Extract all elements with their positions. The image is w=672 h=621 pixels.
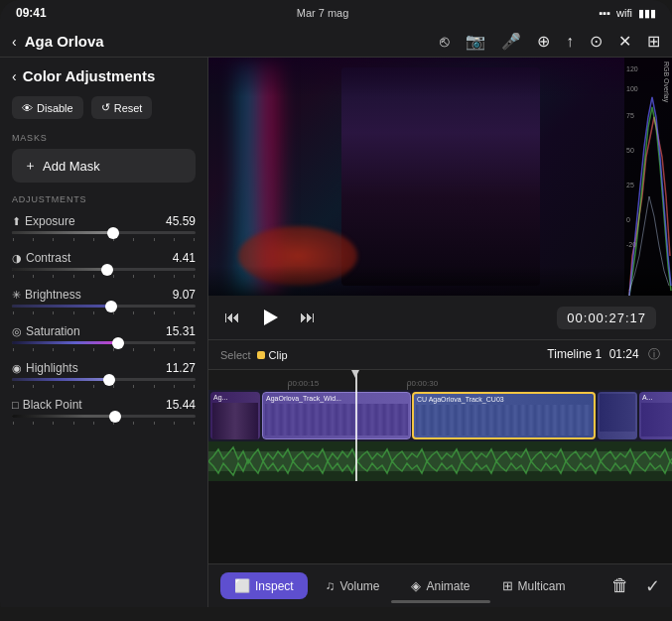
playback-bar: ⏮ ⏭ 00:00:27:17 (208, 296, 672, 340)
multicam-tab-icon: ⊞ (502, 578, 513, 593)
animate-tab-icon: ◈ (411, 578, 421, 593)
adjustments-label: ADJUSTMENTS (0, 188, 207, 208)
play-button[interactable] (256, 304, 284, 331)
clip-2-thumb (265, 404, 408, 435)
timeline-ruler: 00:00:15 00:00:30 (208, 370, 672, 390)
histogram-label: RGB Overlay (663, 62, 670, 102)
panel-title: Color Adjustments (23, 67, 196, 84)
masks-label: MASKS (0, 127, 207, 147)
contrast-fill (12, 268, 107, 271)
video-clip-2[interactable]: AgaOrlova_Track_Wid... (262, 392, 411, 439)
exposure-icon: ⬆ (12, 215, 21, 228)
exposure-slider[interactable] (12, 231, 196, 234)
exposure-thumb[interactable] (107, 227, 119, 239)
brightness-fill (12, 305, 111, 308)
contrast-slider[interactable] (12, 268, 196, 271)
tab-multicam[interactable]: ⊞ Multicam (488, 572, 580, 599)
volume-tab-label: Volume (339, 579, 379, 593)
video-track: Ag... AgaOrlova_Track_Wid... CU AgaOrlov… (208, 390, 672, 441)
hist-max: 120 (626, 65, 638, 72)
clip-badge: Clip (257, 349, 288, 361)
left-panel: ‹ Color Adjustments 👁 Disable ↺ Reset MA… (0, 58, 208, 607)
play-icon (260, 308, 280, 327)
contrast-thumb[interactable] (101, 264, 113, 276)
close-icon[interactable]: ✕ (618, 32, 631, 51)
grid-icon[interactable]: ⊞ (647, 32, 660, 51)
saturation-value: 15.31 (166, 324, 196, 338)
tab-volume[interactable]: ♫ Volume (312, 572, 394, 599)
info-icon[interactable]: ⓘ (648, 347, 660, 361)
highlights-label: ◉ Highlights (12, 361, 78, 375)
clip-label: Clip (269, 349, 288, 361)
exposure-adjustment: ⬆ Exposure 45.59 (0, 208, 207, 245)
video-background (208, 58, 672, 296)
blackpoint-icon: □ (12, 399, 19, 411)
contrast-value: 4.41 (173, 251, 196, 265)
voiceover-icon[interactable]: ⊕ (537, 32, 550, 51)
right-content: RGB Overlay 120 100 75 50 25 0 -20 ⏮ ⏭ 0… (208, 58, 672, 607)
highlights-thumb[interactable] (103, 374, 115, 386)
brightness-slider[interactable] (12, 305, 196, 308)
home-indicator (391, 600, 490, 603)
timeline-header: Select Clip Timeline 1 01:24 ⓘ (208, 340, 672, 370)
tab-animate[interactable]: ◈ Animate (397, 572, 483, 599)
hist-0: 0 (626, 216, 630, 223)
highlights-fill (12, 378, 109, 381)
main-layout: ‹ Color Adjustments 👁 Disable ↺ Reset MA… (0, 58, 672, 607)
saturation-slider[interactable] (12, 341, 196, 344)
tab-inspect[interactable]: ⬜ Inspect (220, 572, 308, 599)
blackpoint-value: 15.44 (166, 398, 196, 412)
plus-icon: ＋ (24, 157, 37, 175)
brightness-label: ✳ Brightness (12, 288, 81, 302)
video-clip-3[interactable]: CU AgaOrlova_Track_CU03 (412, 392, 596, 439)
nav-icons: ⎋ 📷 🎤 ⊕ ↑ ⊙ ✕ ⊞ (440, 32, 660, 51)
confirm-icon[interactable]: ✓ (645, 575, 660, 597)
exposure-ticks (12, 238, 196, 241)
ruler-mark-1: 00:00:15 (288, 379, 319, 388)
video-clip-5[interactable]: A... (639, 392, 672, 439)
disable-button[interactable]: 👁 Disable (12, 96, 83, 119)
saturation-thumb[interactable] (112, 337, 124, 349)
delete-icon[interactable]: 🗑 (611, 575, 629, 597)
add-mask-button[interactable]: ＋ Add Mask (12, 149, 196, 183)
track-playhead (355, 390, 357, 441)
select-label: Select (220, 349, 251, 361)
brightness-icon: ✳ (12, 289, 21, 302)
back-arrow-icon: ‹ (12, 34, 17, 50)
blackpoint-fill (12, 415, 115, 418)
inspect-tab-icon: ⬜ (234, 578, 250, 593)
clip-4-thumb (600, 394, 635, 432)
share-icon[interactable]: ↑ (566, 33, 574, 51)
back-button[interactable]: ‹ (12, 34, 17, 50)
blackpoint-thumb[interactable] (109, 411, 121, 423)
contrast-ticks (12, 275, 196, 278)
exposure-fill (12, 231, 113, 234)
camera-icon[interactable]: 📷 (466, 32, 485, 51)
panel-back-button[interactable]: ‹ (12, 68, 17, 84)
clip-2-label: AgaOrlova_Track_Wid... (263, 393, 410, 404)
export-icon[interactable]: ⎋ (440, 33, 450, 51)
brightness-thumb[interactable] (105, 301, 117, 312)
video-clip-4[interactable] (598, 392, 637, 439)
blackpoint-slider[interactable] (12, 415, 196, 418)
mic-icon[interactable]: 🎤 (501, 32, 521, 51)
highlights-icon: ◉ (12, 362, 22, 375)
inspect-tab-label: Inspect (255, 579, 294, 593)
status-time: 09:41 (16, 6, 47, 20)
top-nav: ‹ Aga Orlova ⎋ 📷 🎤 ⊕ ↑ ⊙ ✕ ⊞ (0, 26, 672, 58)
skip-back-button[interactable]: ⏮ (224, 309, 240, 326)
video-glow-top (208, 58, 672, 97)
skip-forward-button[interactable]: ⏭ (300, 309, 316, 326)
contrast-label: ◑ Contrast (12, 251, 70, 265)
settings-icon[interactable]: ⊙ (590, 32, 603, 51)
clip-dot (257, 351, 265, 359)
highlights-slider[interactable] (12, 378, 196, 381)
ruler-mark-2: 00:00:30 (407, 379, 438, 388)
blackpoint-adjustment: □ Black Point 15.44 (0, 392, 207, 429)
clip-1-thumb (212, 403, 258, 439)
exposure-label: ⬆ Exposure (12, 214, 75, 228)
battery-icon: ▮▮▮ (638, 7, 656, 20)
hist-100: 100 (626, 85, 638, 92)
video-clip-1[interactable]: Ag... (210, 392, 260, 439)
reset-button[interactable]: ↺ Reset (91, 96, 153, 119)
